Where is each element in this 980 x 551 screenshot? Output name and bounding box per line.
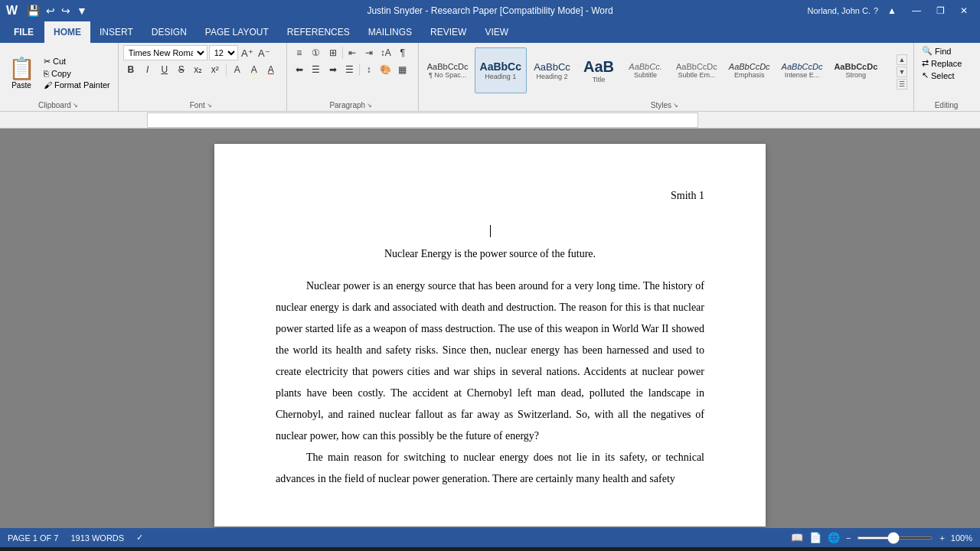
tab-design[interactable]: DESIGN (142, 21, 196, 43)
clipboard-expander[interactable]: ↘ (73, 102, 78, 109)
align-right-button[interactable]: ➡ (325, 62, 341, 77)
font-expander[interactable]: ↘ (207, 102, 212, 109)
zoom-in-button[interactable]: + (939, 533, 944, 543)
font-size-select[interactable]: 12 (209, 45, 238, 60)
text-highlight-button[interactable]: A (247, 62, 262, 77)
sort-button[interactable]: ↕A (378, 45, 394, 60)
paragraph-group-label: Paragraph ↘ (289, 99, 413, 111)
style-heading2[interactable]: AaBbCc Heading 2 (528, 47, 577, 93)
undo-button[interactable]: ↩ (44, 3, 57, 18)
minimize-ribbon-button[interactable]: ▲ (881, 5, 903, 16)
font-color-button[interactable]: A (263, 62, 279, 77)
justify-button[interactable]: ☰ (342, 62, 358, 77)
numbering-button[interactable]: ① (309, 45, 324, 60)
styles-scroll-up[interactable]: ▲ (897, 54, 907, 65)
style-subtitle[interactable]: AaBbCc. Subtitle (621, 47, 670, 93)
format-painter-label: Format Painter (54, 80, 110, 90)
text-effects-button[interactable]: A (230, 62, 245, 77)
italic-button[interactable]: I (140, 62, 155, 77)
bullets-button[interactable]: ≡ (292, 45, 307, 60)
tab-file[interactable]: FILE (3, 21, 44, 43)
increase-font-button[interactable]: A⁺ (240, 45, 255, 60)
read-mode-icon[interactable]: 📖 (791, 532, 803, 543)
minimize-button[interactable]: — (906, 5, 927, 16)
show-formatting-button[interactable]: ¶ (395, 45, 410, 60)
redo-button[interactable]: ↪ (60, 3, 72, 18)
styles-scroll-down[interactable]: ▼ (897, 67, 907, 77)
title-bar-right: Norland, John C. ? ▲ — ❐ ✕ (807, 5, 974, 16)
restore-button[interactable]: ❐ (930, 5, 951, 16)
style-normal[interactable]: AaBbCcDc ¶ No Spac... (422, 47, 474, 93)
align-left-button[interactable]: ⬅ (292, 62, 307, 77)
borders-button[interactable]: ▦ (395, 62, 410, 77)
copy-button[interactable]: ⎘ Copy (41, 68, 113, 79)
zoom-slider[interactable] (857, 536, 933, 540)
select-button[interactable]: ↖ Select (919, 70, 974, 81)
print-layout-icon[interactable]: 📄 (809, 532, 822, 543)
font-group-label: Font ↘ (120, 99, 282, 111)
replace-label: Replace (931, 59, 962, 68)
style-emphasis[interactable]: AaBbCcDc Emphasis (724, 47, 776, 93)
style-title[interactable]: AaB Title (577, 47, 620, 93)
style-normal-label: ¶ No Spac... (429, 71, 466, 79)
strikethrough-button[interactable]: S (174, 62, 189, 77)
style-strong[interactable]: AaBbCcDc Strong (828, 47, 883, 93)
find-button[interactable]: 🔍 Find (919, 45, 974, 57)
style-strong-label: Strong (846, 71, 867, 79)
line-spacing-button[interactable]: ↕ (361, 62, 377, 77)
decrease-font-button[interactable]: A⁻ (256, 45, 272, 60)
editing-group: 🔍 Find ⇄ Replace ↖ Select Editing (916, 43, 977, 111)
tab-insert[interactable]: INSERT (90, 21, 142, 43)
title-bar: W 💾 ↩ ↪ ▼ Justin Snyder - Research Paper… (0, 0, 980, 21)
status-bar: PAGE 1 OF 7 1913 WORDS ✓ 📖 📄 🌐 − + 100% (0, 528, 980, 547)
user-name: Norland, John C. (807, 6, 871, 15)
bold-button[interactable]: B (123, 62, 139, 77)
tab-view[interactable]: VIEW (475, 21, 518, 43)
tab-review[interactable]: REVIEW (421, 21, 475, 43)
align-center-button[interactable]: ☰ (309, 62, 324, 77)
style-emphasis-preview: AaBbCcDc (729, 62, 770, 71)
quick-access-dropdown[interactable]: ▼ (75, 3, 89, 18)
style-heading1[interactable]: AaBbCc Heading 1 (475, 47, 527, 93)
shading-button[interactable]: 🎨 (378, 62, 394, 77)
style-subtle-em[interactable]: AaBbCcDc Subtle Em... (671, 47, 723, 93)
style-heading2-label: Heading 2 (536, 73, 567, 80)
find-label: Find (935, 47, 951, 56)
tab-mailings[interactable]: MAILINGS (359, 21, 421, 43)
style-intense-em[interactable]: AaBbCcDc Intense E... (776, 47, 828, 93)
style-subtle-em-preview: AaBbCcDc (676, 62, 717, 71)
increase-indent-button[interactable]: ⇥ (361, 45, 377, 60)
underline-button[interactable]: U (157, 62, 172, 77)
paragraph-expander[interactable]: ↘ (367, 102, 372, 109)
clipboard-group-label: Clipboard ↘ (3, 99, 113, 111)
cursor-line (276, 225, 704, 240)
help-button[interactable]: ? (874, 6, 878, 15)
multilevel-list-button[interactable]: ⊞ (325, 45, 341, 60)
replace-button[interactable]: ⇄ Replace (919, 57, 974, 69)
cut-button[interactable]: ✂ Cut (41, 56, 113, 67)
subscript-button[interactable]: x₂ (191, 62, 206, 77)
close-button[interactable]: ✕ (954, 5, 974, 16)
ribbon-tabs: FILE HOME INSERT DESIGN PAGE LAYOUT REFE… (0, 21, 980, 43)
tab-home[interactable]: HOME (44, 21, 90, 43)
document-body[interactable]: Nuclear power is an energy source that h… (276, 276, 704, 490)
save-button[interactable]: 💾 (25, 3, 41, 18)
tab-references[interactable]: REFERENCES (278, 21, 359, 43)
format-painter-button[interactable]: 🖌 Format Painter (41, 80, 113, 90)
replace-icon: ⇄ (922, 58, 929, 68)
styles-expander[interactable]: ↘ (673, 102, 678, 109)
superscript-button[interactable]: x² (207, 62, 223, 77)
word-app-icon: W (6, 4, 18, 18)
styles-more[interactable]: ☰ (897, 79, 907, 90)
tab-page-layout[interactable]: PAGE LAYOUT (196, 21, 278, 43)
zoom-out-button[interactable]: − (846, 533, 851, 543)
style-strong-preview: AaBbCcDc (834, 62, 877, 71)
web-layout-icon[interactable]: 🌐 (828, 532, 840, 543)
proofing-icon[interactable]: ✓ (136, 533, 143, 543)
format-painter-icon: 🖌 (44, 80, 52, 90)
font-name-select[interactable]: Times New Roman (123, 45, 207, 60)
cut-label: Cut (53, 57, 66, 66)
paste-button[interactable]: 📋 Paste (3, 52, 40, 93)
decrease-indent-button[interactable]: ⇤ (345, 45, 360, 60)
document-area[interactable]: Smith 1 Nuclear Energy is the power sour… (0, 129, 980, 528)
